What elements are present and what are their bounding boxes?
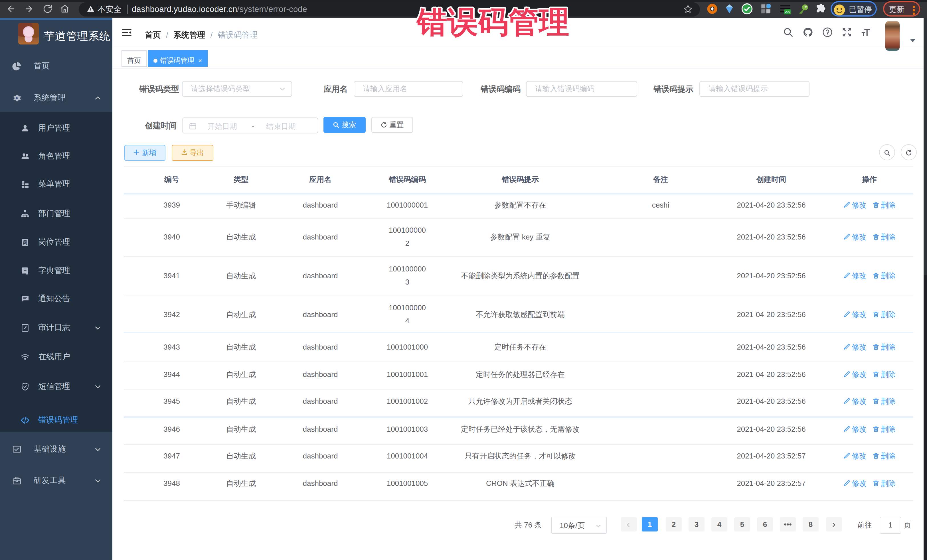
- svg-text:岗: 岗: [23, 240, 27, 244]
- svg-text:on: on: [785, 10, 790, 14]
